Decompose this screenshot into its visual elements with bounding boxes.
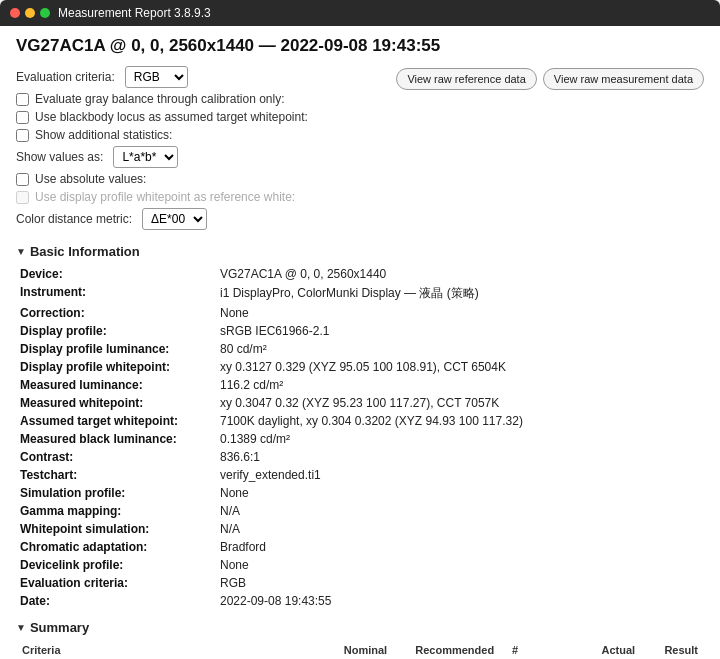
info-label: Assumed target whitepoint: xyxy=(16,412,216,430)
color-distance-label: Color distance metric: xyxy=(16,212,132,226)
info-row: Whitepoint simulation:N/A xyxy=(16,520,704,538)
absolute-values-checkbox[interactable] xyxy=(16,173,29,186)
info-label: Device: xyxy=(16,265,216,283)
view-raw-reference-button[interactable]: View raw reference data xyxy=(396,68,536,90)
info-label: Display profile: xyxy=(16,322,216,340)
gray-balance-label: Evaluate gray balance through calibratio… xyxy=(35,92,285,106)
col-result: Result xyxy=(641,641,704,659)
col-count: # xyxy=(500,641,530,659)
info-label: Whitepoint simulation: xyxy=(16,520,216,538)
info-value: None xyxy=(216,304,704,322)
col-actual: Actual xyxy=(530,641,641,659)
info-value: xy 0.3047 0.32 (XYZ 95.23 100 117.27), C… xyxy=(216,394,704,412)
top-buttons-container: View raw reference data View raw measure… xyxy=(396,68,704,90)
info-row: Chromatic adaptation:Bradford xyxy=(16,538,704,556)
traffic-lights xyxy=(10,8,50,18)
info-label: Testchart: xyxy=(16,466,216,484)
display-profile-whitepoint-label: Use display profile whitepoint as refere… xyxy=(35,190,295,204)
minimize-button[interactable] xyxy=(25,8,35,18)
info-value: xy 0.3127 0.329 (XYZ 95.05 100 108.91), … xyxy=(216,358,704,376)
summary-table: Criteria Nominal Recommended # Actual Re… xyxy=(16,641,704,659)
summary-triangle-icon: ▼ xyxy=(16,622,26,633)
maximize-button[interactable] xyxy=(40,8,50,18)
blackbody-row: Use blackbody locus as assumed target wh… xyxy=(16,110,308,124)
info-row: Testchart:verify_extended.ti1 xyxy=(16,466,704,484)
evaluation-criteria-select[interactable]: RGB sRGB xyxy=(125,66,188,88)
info-label: Evaluation criteria: xyxy=(16,574,216,592)
basic-info-header: ▼ Basic Information xyxy=(16,244,704,259)
info-label: Date: xyxy=(16,592,216,610)
info-row: Display profile luminance:80 cd/m² xyxy=(16,340,704,358)
info-label: Chromatic adaptation: xyxy=(16,538,216,556)
evaluation-criteria-row: Evaluation criteria: RGB sRGB xyxy=(16,66,308,88)
show-values-row: Show values as: L*a*b* XYZ xyxy=(16,146,308,168)
absolute-values-row: Use absolute values: xyxy=(16,172,308,186)
col-recommended: Recommended xyxy=(393,641,500,659)
absolute-values-label: Use absolute values: xyxy=(35,172,275,186)
additional-stats-row: Show additional statistics: xyxy=(16,128,308,142)
info-value: N/A xyxy=(216,520,704,538)
col-criteria: Criteria xyxy=(16,641,328,659)
close-button[interactable] xyxy=(10,8,20,18)
info-row: Display profile whitepoint:xy 0.3127 0.3… xyxy=(16,358,704,376)
info-label: Contrast: xyxy=(16,448,216,466)
info-label: Measured whitepoint: xyxy=(16,394,216,412)
show-values-label: Show values as: xyxy=(16,150,103,164)
summary-header: ▼ Summary xyxy=(16,620,704,635)
main-content: VG27AC1A @ 0, 0, 2560x1440 — 2022-09-08 … xyxy=(0,26,720,659)
display-profile-whitepoint-row: Use display profile whitepoint as refere… xyxy=(16,190,308,204)
info-value: 116.2 cd/m² xyxy=(216,376,704,394)
gray-balance-row: Evaluate gray balance through calibratio… xyxy=(16,92,308,106)
basic-info-table: Device:VG27AC1A @ 0, 0, 2560x1440Instrum… xyxy=(16,265,704,610)
info-value: 0.1389 cd/m² xyxy=(216,430,704,448)
additional-stats-checkbox[interactable] xyxy=(16,129,29,142)
info-value: Bradford xyxy=(216,538,704,556)
color-distance-select[interactable]: ΔE*00 ΔE*94 xyxy=(142,208,207,230)
info-value: None xyxy=(216,484,704,502)
info-row: Evaluation criteria:RGB xyxy=(16,574,704,592)
info-value: RGB xyxy=(216,574,704,592)
info-row: Simulation profile:None xyxy=(16,484,704,502)
eval-criteria-label: Evaluation criteria: xyxy=(16,70,115,84)
view-raw-measurement-button[interactable]: View raw measurement data xyxy=(543,68,704,90)
info-value: sRGB IEC61966-2.1 xyxy=(216,322,704,340)
summary-header-row: Criteria Nominal Recommended # Actual Re… xyxy=(16,641,704,659)
info-label: Measured black luminance: xyxy=(16,430,216,448)
summary-title: Summary xyxy=(30,620,89,635)
info-row: Date:2022-09-08 19:43:55 xyxy=(16,592,704,610)
info-row: Measured luminance:116.2 cd/m² xyxy=(16,376,704,394)
page-title: VG27AC1A @ 0, 0, 2560x1440 — 2022-09-08 … xyxy=(16,36,440,56)
info-label: Measured luminance: xyxy=(16,376,216,394)
info-value: 2022-09-08 19:43:55 xyxy=(216,592,704,610)
title-bar: Measurement Report 3.8.9.3 xyxy=(0,0,720,26)
info-row: Correction:None xyxy=(16,304,704,322)
info-value: 836.6:1 xyxy=(216,448,704,466)
info-label: Devicelink profile: xyxy=(16,556,216,574)
info-row: Contrast:836.6:1 xyxy=(16,448,704,466)
info-row: Gamma mapping:N/A xyxy=(16,502,704,520)
color-distance-row: Color distance metric: ΔE*00 ΔE*94 xyxy=(16,208,308,230)
info-row: Assumed target whitepoint:7100K daylight… xyxy=(16,412,704,430)
info-value: 7100K daylight, xy 0.304 0.3202 (XYZ 94.… xyxy=(216,412,704,430)
show-values-select[interactable]: L*a*b* XYZ xyxy=(113,146,178,168)
gray-balance-checkbox[interactable] xyxy=(16,93,29,106)
col-nominal: Nominal xyxy=(328,641,393,659)
info-row: Display profile:sRGB IEC61966-2.1 xyxy=(16,322,704,340)
blackbody-checkbox[interactable] xyxy=(16,111,29,124)
info-label: Correction: xyxy=(16,304,216,322)
blackbody-label: Use blackbody locus as assumed target wh… xyxy=(35,110,308,124)
info-row: Instrument:i1 DisplayPro, ColorMunki Dis… xyxy=(16,283,704,304)
info-label: Simulation profile: xyxy=(16,484,216,502)
info-row: Device:VG27AC1A @ 0, 0, 2560x1440 xyxy=(16,265,704,283)
additional-stats-label: Show additional statistics: xyxy=(35,128,275,142)
display-profile-whitepoint-checkbox xyxy=(16,191,29,204)
info-row: Measured whitepoint:xy 0.3047 0.32 (XYZ … xyxy=(16,394,704,412)
info-value: i1 DisplayPro, ColorMunki Display — 液晶 (… xyxy=(216,283,704,304)
info-label: Display profile whitepoint: xyxy=(16,358,216,376)
info-row: Devicelink profile:None xyxy=(16,556,704,574)
controls-section: Evaluation criteria: RGB sRGB Evaluate g… xyxy=(16,66,308,234)
info-label: Display profile luminance: xyxy=(16,340,216,358)
info-value: verify_extended.ti1 xyxy=(216,466,704,484)
triangle-icon: ▼ xyxy=(16,246,26,257)
info-label: Gamma mapping: xyxy=(16,502,216,520)
